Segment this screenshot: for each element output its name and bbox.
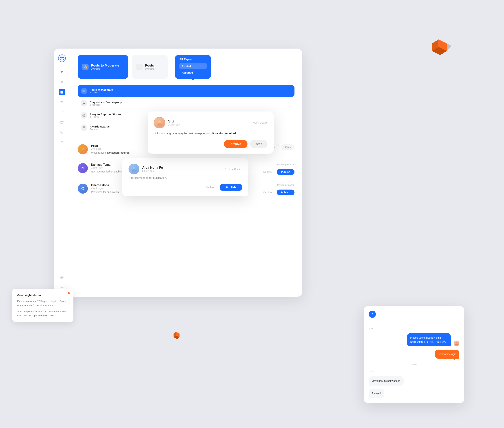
svg-point-8	[60, 57, 61, 58]
chat-msg-1-line2: It will expire in 5 min. Thank you !	[410, 340, 447, 344]
report-body: Unknown language, may be custom expressi…	[154, 131, 267, 136]
nav-requests-title: Requests to Join a group	[90, 100, 122, 104]
pending-reason-label: Pending Reason	[166, 168, 242, 171]
report-footer: Archive Keep	[154, 140, 267, 148]
svg-point-36	[456, 342, 457, 344]
nav-requests-count: 5 Requests	[90, 104, 122, 106]
report-card: Siu 24 min ago Report Details Unknown la…	[148, 112, 273, 154]
publish-button-onero[interactable]: Publish	[277, 189, 294, 195]
archive-button-report[interactable]: Archive	[224, 140, 248, 148]
sidebar-icon-heart[interactable]: ♥	[59, 69, 65, 75]
note-title: Good night Maxim !	[17, 294, 68, 297]
chat-dots-1: • • •	[369, 327, 373, 330]
note-text-1: Please complete a 12 Requests to join a …	[17, 299, 68, 307]
nav-icon-awards	[81, 124, 87, 131]
sidebar-icon-location[interactable]	[59, 79, 65, 85]
svg-point-9	[62, 57, 64, 58]
report-avatar-siu	[154, 117, 165, 128]
nav-awards-count: 5 Awards	[90, 128, 110, 131]
filter-reported[interactable]: Reported	[179, 69, 207, 76]
report-text-bold: No action required.	[212, 132, 237, 135]
post-actions-onero: Decline Publish	[260, 189, 294, 195]
sidebar-icon-bell[interactable]	[59, 149, 65, 156]
posts-to-moderate-label: Posts to Moderate	[91, 64, 119, 67]
pending-name: Aloa Nona Fu	[142, 166, 163, 170]
chat-header	[364, 306, 464, 322]
sidebar-icon-edit[interactable]	[59, 109, 65, 115]
pending-card-header: Aloa Nona Fu 54 min ago Pending Reason	[128, 164, 242, 174]
decline-button-pending[interactable]: Decline	[203, 184, 217, 190]
posts-icon	[136, 64, 143, 70]
chat-panel: • • • Please use temporary login. It wil…	[364, 306, 464, 403]
chat-row-3: Obviously it's not working	[369, 376, 459, 385]
pending-footer: Decline Publish	[128, 184, 242, 191]
filter-all-types: All Types	[179, 58, 192, 61]
svg-rect-13	[60, 92, 62, 93]
sidebar: ♥	[54, 49, 70, 297]
chat-back-button[interactable]	[369, 311, 376, 318]
keep-button-report[interactable]: Keep	[250, 140, 267, 148]
sidebar-icon-layers[interactable]	[59, 99, 65, 105]
decline-button-onero[interactable]: Decline	[260, 189, 275, 195]
report-details-link[interactable]: Report Details	[251, 121, 267, 124]
nav-item-posts-to-moderate[interactable]: Posts to Moderate 20 Posts	[78, 85, 294, 97]
svg-marker-3	[447, 43, 452, 51]
post-actions-namaga: Decline Publish	[260, 169, 294, 175]
posts-to-moderate-card[interactable]: 👍 Posts to Moderate 20 Posts	[78, 55, 128, 79]
note-card: Good night Maxim ! Please complete a 12 …	[12, 289, 73, 322]
svg-point-21	[61, 287, 62, 288]
chat-date-divider: Today	[369, 363, 459, 366]
svg-rect-23	[138, 67, 141, 67]
sidebar-icon-shield[interactable]	[59, 129, 65, 136]
svg-rect-27	[82, 91, 85, 92]
filter-dropdown[interactable]: All Types Pended Reported	[175, 55, 211, 79]
svg-rect-16	[60, 102, 63, 102]
decline-button-namaga[interactable]: Decline	[260, 169, 275, 175]
svg-point-35	[132, 169, 136, 173]
svg-rect-26	[82, 91, 85, 91]
post-text-bold-pean: No action required.	[107, 151, 130, 154]
decorative-cube-small	[173, 331, 182, 340]
top-bar: 👍 Posts to Moderate 20 Posts Posts 50 P	[78, 55, 294, 79]
svg-rect-17	[60, 103, 63, 103]
chat-body: • • • Please use temporary login. It wil…	[364, 322, 464, 403]
chat-msg-1-line1: Please use temporary login.	[410, 336, 447, 340]
svg-point-33	[157, 123, 162, 127]
posts-count: 50 Posts	[145, 67, 154, 70]
nav-posts-moderate-title: Posts to Moderate	[90, 88, 113, 91]
chat-bubble-3: Obviously it's not working	[369, 376, 403, 385]
nav-icon-story	[81, 112, 87, 119]
sidebar-icon-grid[interactable]	[59, 89, 65, 95]
svg-rect-19	[61, 142, 63, 144]
post-avatar-onero: O	[78, 184, 88, 194]
svg-point-37	[455, 344, 458, 346]
pending-time: 54 min ago	[142, 170, 163, 172]
chat-avatar-1	[454, 341, 459, 346]
publish-button-pending[interactable]: Publish	[220, 184, 242, 191]
svg-rect-22	[138, 66, 141, 66]
chat-dots-2: • • •	[369, 370, 373, 373]
svg-rect-24	[138, 68, 141, 68]
posts-card[interactable]: Posts 50 Posts	[132, 55, 168, 79]
sidebar-icon-lock[interactable]	[59, 139, 65, 146]
publish-button-namaga[interactable]: Publish	[277, 169, 294, 175]
svg-rect-18	[61, 122, 63, 123]
chat-row-4: Please !	[369, 389, 459, 398]
sidebar-icon-globe[interactable]	[59, 274, 65, 281]
report-name-block: Siu 24 min ago	[168, 119, 248, 126]
report-text: Unknown language, may be custom expressi…	[154, 132, 211, 135]
sidebar-icon-trash[interactable]	[59, 119, 65, 125]
pending-label-onero: Pending Reason	[277, 184, 294, 186]
pending-label-namaga: Pending Reason	[277, 163, 294, 166]
filter-pended[interactable]: Pended	[179, 63, 207, 69]
post-avatar-namaga: N	[78, 163, 88, 173]
posts-to-moderate-count: 20 Posts	[91, 67, 119, 70]
chat-bubble-1: Please use temporary login. It will expi…	[407, 333, 451, 346]
svg-marker-31	[84, 115, 85, 116]
svg-point-7	[58, 55, 66, 62]
keep-button-pean[interactable]: Keep	[281, 144, 294, 150]
post-avatar-pean: P	[78, 144, 88, 154]
svg-rect-14	[62, 92, 63, 93]
nav-item-requests[interactable]: Requests to Join a group 5 Requests	[78, 98, 294, 109]
chat-bubble-4: Please !	[369, 389, 384, 398]
